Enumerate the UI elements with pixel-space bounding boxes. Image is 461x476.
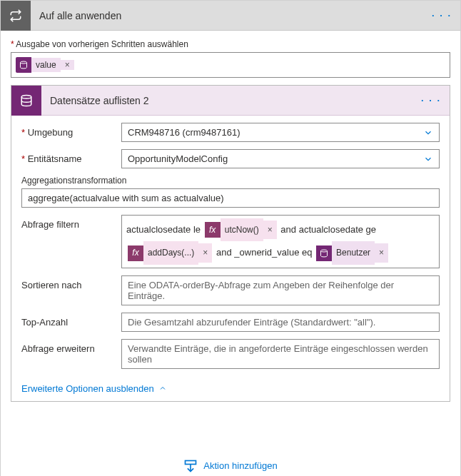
prev-output-input[interactable]: value × <box>11 52 450 78</box>
sub-card-title: Datensätze auflisten 2 <box>41 95 412 106</box>
aggr-input[interactable]: aggregate(actualvalue with sum as actual… <box>21 188 440 208</box>
card-body: Ausgabe von vorherigen Schritten auswähl… <box>1 31 460 476</box>
hide-advanced-options-link[interactable]: Erweiterte Optionen ausblenden <box>21 383 167 394</box>
svg-point-1 <box>21 95 31 98</box>
link-label: Erweiterte Optionen ausblenden <box>21 383 154 394</box>
fx-utcnow-token[interactable]: fx utcNow() × <box>205 218 277 241</box>
filter-label: Abfrage filtern <box>21 215 121 230</box>
database-icon <box>316 245 332 261</box>
filter-text: and actualclosedate ge <box>280 224 376 235</box>
chevron-down-icon <box>423 128 433 138</box>
database-icon <box>16 57 31 73</box>
sub-card-menu-button[interactable]: · · · <box>412 95 450 106</box>
remove-token-button[interactable]: × <box>61 60 74 70</box>
entitaet-label: Entitätsname <box>21 149 121 164</box>
database-icon <box>11 86 41 116</box>
value-token[interactable]: value × <box>16 57 74 73</box>
sub-card-header: Datensätze auflisten 2 · · · <box>11 86 450 116</box>
chevron-down-icon <box>423 154 433 164</box>
umgebung-label: Umgebung <box>21 123 121 138</box>
expand-label: Abfrage erweitern <box>21 339 121 354</box>
sort-input[interactable]: Eine ODATA-orderBy-Abfrage zum Angeben d… <box>121 275 440 305</box>
top-input[interactable]: Die Gesamtzahl abzurufender Einträge (St… <box>121 313 440 332</box>
filter-text: actualclosedate le <box>126 224 201 235</box>
entitaet-dropdown[interactable]: OpportunityModelConfig <box>121 149 440 168</box>
aggr-label: Aggregationstransformation <box>21 176 440 186</box>
token-label: value <box>31 58 61 72</box>
remove-token-button[interactable]: × <box>198 243 212 262</box>
top-label: Top-Anzahl <box>21 313 121 328</box>
card-title: Auf alle anwenden <box>31 10 423 21</box>
sort-label: Sortieren nach <box>21 275 121 290</box>
prev-output-label: Ausgabe von vorherigen Schritten auswähl… <box>11 39 450 49</box>
filter-text: and _ownerid_value eq <box>216 247 312 258</box>
umgebung-value: CRM948716 (crm9487161) <box>128 127 240 138</box>
fx-icon: fx <box>205 222 221 238</box>
token-label: utcNow() <box>221 218 263 241</box>
loop-icon <box>1 1 31 31</box>
svg-point-0 <box>21 61 27 64</box>
umgebung-dropdown[interactable]: CRM948716 (crm9487161) <box>121 123 440 142</box>
fx-icon: fx <box>128 245 143 261</box>
svg-point-2 <box>321 250 328 252</box>
add-step-icon <box>183 459 198 473</box>
token-label: Benutzer <box>332 241 375 264</box>
expand-input[interactable]: Verwandte Einträge, die in angeforderte … <box>121 339 440 369</box>
flow-card: Auf alle anwenden · · · Ausgabe von vorh… <box>0 0 461 476</box>
token-label: addDays(...) <box>143 241 198 264</box>
card-header: Auf alle anwenden · · · <box>1 1 460 31</box>
svg-rect-3 <box>186 460 196 464</box>
chevron-up-icon <box>158 384 167 393</box>
remove-token-button[interactable]: × <box>263 221 277 239</box>
list-records-card: Datensätze auflisten 2 · · · Umgebung CR… <box>11 85 450 402</box>
filter-input[interactable]: actualclosedate le fx utcNow() × and act… <box>121 215 440 268</box>
add-action-button[interactable]: Aktion hinzufügen <box>11 459 450 473</box>
remove-token-button[interactable]: × <box>375 243 388 262</box>
add-action-label: Aktion hinzufügen <box>203 460 277 471</box>
sub-card-body: Umgebung CRM948716 (crm9487161) Entitäts… <box>11 116 450 401</box>
entitaet-value: OpportunityModelConfig <box>128 153 228 164</box>
fx-adddays-token[interactable]: fx addDays(...) × <box>128 241 212 264</box>
card-menu-button[interactable]: · · · <box>423 10 460 21</box>
benutzer-token[interactable]: Benutzer × <box>316 241 388 264</box>
